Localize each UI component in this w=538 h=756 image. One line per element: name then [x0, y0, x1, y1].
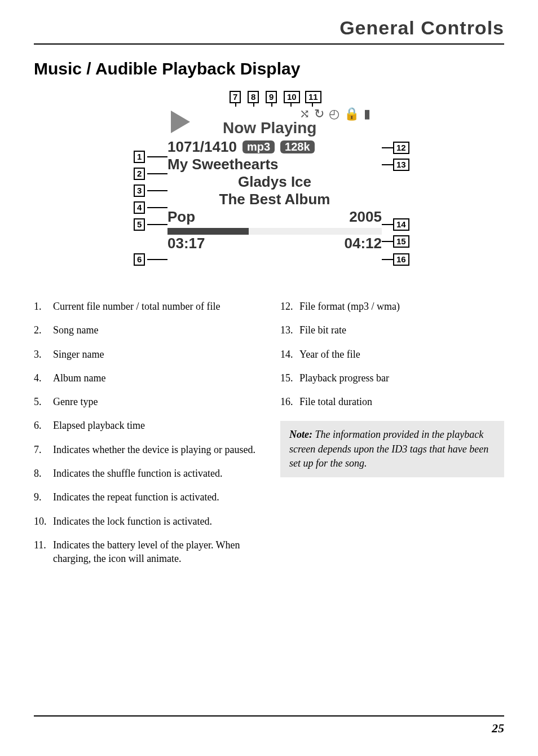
total-duration: 04:12 — [345, 235, 382, 252]
callout-3: 3 — [134, 184, 145, 197]
battery-icon: ▮ — [364, 107, 371, 121]
player-screen: ⤭ ↻ ◴ 🔒 ▮ Now Playing 1071/1410 mp3 128k… — [167, 107, 382, 265]
callout-4: 4 — [134, 201, 145, 214]
file-counter: 1071/1410 — [167, 138, 237, 156]
legend-item: 9.Indicates the repeat function is activ… — [34, 490, 258, 504]
legend-item: 8.Indicates the shuffle function is acti… — [34, 467, 258, 480]
callout-1: 1 — [134, 151, 145, 163]
legend-right-col: 12.File format (mp3 / wma) 13.File bit r… — [280, 300, 504, 576]
callout-15: 15 — [393, 235, 409, 248]
progress-fill — [167, 228, 249, 235]
callout-11: 11 — [305, 91, 321, 103]
lock-icon: 🔒 — [344, 107, 359, 121]
page-header: General Controls — [34, 17, 504, 45]
legend-right-list: 12.File format (mp3 / wma) 13.File bit r… — [280, 300, 504, 408]
page-number: 25 — [492, 721, 504, 735]
legend-left-list: 1.Current file number / total number of … — [34, 300, 258, 566]
album-name: The Best Album — [167, 191, 382, 208]
legend-item: 12.File format (mp3 / wma) — [280, 300, 504, 313]
elapsed-time: 03:17 — [167, 235, 205, 252]
play-icon — [171, 111, 190, 133]
legend-item: 15.Playback progress bar — [280, 371, 504, 385]
callout-7: 7 — [230, 91, 241, 103]
callout-9: 9 — [266, 91, 277, 103]
genre-type: Pop — [167, 208, 195, 226]
progress-bar — [167, 228, 382, 235]
callout-10: 10 — [284, 91, 300, 103]
callout-13: 13 — [393, 159, 409, 171]
legend-item: 14.Year of the file — [280, 348, 504, 361]
legend-item: 6.Elapsed playback time — [34, 419, 258, 432]
note-label: Note: — [289, 429, 312, 440]
artist-name: Gladys Ice — [167, 173, 382, 191]
legend-item: 11.Indicates the battery level of the pl… — [34, 538, 258, 566]
callout-5: 5 — [134, 218, 145, 231]
playback-diagram: 7 8 9 10 11 1 2 3 4 5 6 12 13 14 15 16 ⤭… — [117, 91, 421, 283]
callout-2: 2 — [134, 168, 145, 180]
page-footer: 25 — [34, 715, 504, 736]
callout-16: 16 — [393, 253, 409, 266]
legend-item: 7.Indicates whether the device is playin… — [34, 443, 258, 456]
legend-item: 2.Song name — [34, 323, 258, 337]
legend-item: 3.Singer name — [34, 348, 258, 361]
legend-item: 4.Album name — [34, 371, 258, 385]
format-chip: mp3 — [242, 140, 275, 153]
legend-item: 5.Genre type — [34, 395, 258, 408]
song-name: My Sweethearts — [167, 156, 382, 173]
legend-item: 10.Indicates the lock function is activa… — [34, 515, 258, 528]
callout-8: 8 — [248, 91, 259, 103]
callout-6: 6 — [134, 253, 145, 266]
legend-left-col: 1.Current file number / total number of … — [34, 300, 258, 576]
legend-item: 16.File total duration — [280, 395, 504, 408]
now-playing-label: Now Playing — [223, 119, 382, 137]
year-value: 2005 — [349, 208, 382, 226]
note-text: The information provided in the playback… — [289, 429, 488, 468]
bitrate-chip: 128k — [280, 140, 315, 153]
callout-12: 12 — [393, 142, 409, 154]
note-box: Note: The information provided in the pl… — [280, 421, 504, 477]
clock-icon: ◴ — [329, 107, 339, 121]
legend-columns: 1.Current file number / total number of … — [34, 300, 504, 576]
legend-item: 1.Current file number / total number of … — [34, 300, 258, 313]
callout-14: 14 — [393, 218, 409, 231]
legend-item: 13.File bit rate — [280, 323, 504, 337]
section-title: Music / Audible Playback Display — [34, 59, 504, 78]
